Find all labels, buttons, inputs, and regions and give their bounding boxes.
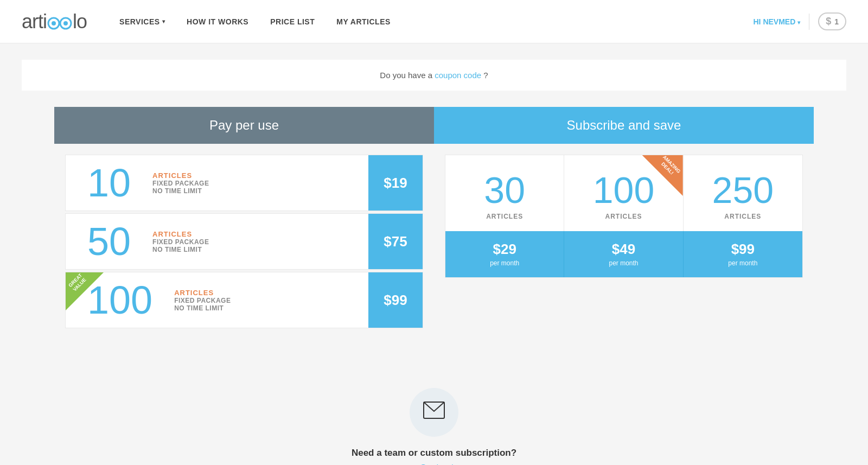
subscribe-section: Subscribe and save 30 ARTICLES: [434, 107, 814, 339]
package-50-line1: FIXED PACKAGE: [152, 238, 358, 246]
nav-my-articles[interactable]: MY ARTICLES: [336, 17, 391, 26]
pay-per-use-header: Pay per use: [54, 107, 434, 144]
subscribe-plans-row: 30 ARTICLES Amazing deal! 100 ARTICLES: [445, 155, 802, 231]
package-50[interactable]: 50 ARTICLES FIXED PACKAGE NO TIME LIMIT …: [65, 213, 423, 270]
subscribe-plan-250[interactable]: 250 ARTICLES: [684, 155, 802, 231]
header-separator: [809, 14, 809, 30]
nav-services[interactable]: SERVICES ▾: [119, 17, 165, 26]
coupon-text-before: Do you have a: [380, 71, 435, 80]
package-10-number: 10: [66, 155, 142, 211]
price-99-period: per month: [728, 259, 757, 267]
username-label: NEVMED: [763, 17, 795, 26]
subscribe-price-49[interactable]: $49 per month: [564, 231, 683, 277]
user-greeting[interactable]: HI NEVMED ▾: [754, 17, 801, 26]
logo-text: arti lo: [22, 10, 87, 33]
header-right: HI NEVMED ▾ $ 1: [754, 12, 847, 30]
price-49-value: $49: [570, 241, 677, 258]
logo[interactable]: arti lo: [22, 10, 87, 33]
price-29-period: per month: [490, 259, 519, 267]
price-29-value: $29: [451, 241, 558, 258]
package-100-line1: FIXED PACKAGE: [174, 297, 358, 304]
pay-per-use-heading: Pay per use: [209, 118, 279, 132]
credits-count: 1: [834, 17, 839, 26]
plan-100-number: 100: [570, 171, 677, 208]
subscribe-prices-row: $29 per month $49 per month $99 per mont…: [445, 231, 802, 277]
logo-goggles: [47, 16, 72, 30]
subscribe-price-99[interactable]: $99 per month: [684, 231, 802, 277]
header: arti lo SERVICES ▾ HOW IT WORKS PRICE LI…: [0, 0, 868, 43]
subscribe-plan-30[interactable]: 30 ARTICLES: [445, 155, 564, 231]
mail-icon: [423, 401, 445, 424]
nav-services-label: SERVICES: [119, 17, 160, 26]
package-10-articles-label: ARTICLES: [152, 171, 358, 180]
nav: SERVICES ▾ HOW IT WORKS PRICE LIST MY AR…: [119, 17, 753, 26]
mail-icon-circle: [410, 388, 458, 437]
subscribe-cards: 30 ARTICLES Amazing deal! 100 ARTICLES: [434, 144, 814, 289]
coupon-link[interactable]: coupon code: [435, 71, 481, 80]
pay-per-use-section: Pay per use 10 ARTICLES FIXED PACKAGE NO…: [54, 107, 434, 339]
pay-per-use-cards: 10 ARTICLES FIXED PACKAGE NO TIME LIMIT …: [54, 144, 434, 339]
package-100-price[interactable]: $99: [368, 272, 423, 328]
package-10-line1: FIXED PACKAGE: [152, 180, 358, 187]
package-10-info: ARTICLES FIXED PACKAGE NO TIME LIMIT: [142, 155, 368, 211]
svg-point-4: [63, 21, 68, 26]
plan-250-number: 250: [689, 171, 797, 208]
svg-point-3: [52, 21, 56, 26]
coupon-banner: Do you have a coupon code ?: [22, 60, 846, 91]
package-50-info: ARTICLES FIXED PACKAGE NO TIME LIMIT: [142, 214, 368, 269]
credits-icon: $: [826, 16, 831, 27]
plan-30-number: 30: [451, 171, 558, 208]
subscribe-heading: Subscribe and save: [567, 118, 681, 132]
package-50-articles-label: ARTICLES: [152, 230, 358, 238]
package-10-price[interactable]: $19: [368, 155, 423, 211]
nav-price-list[interactable]: PRICE LIST: [270, 17, 315, 26]
package-50-line2: NO TIME LIMIT: [152, 246, 358, 253]
package-10[interactable]: 10 ARTICLES FIXED PACKAGE NO TIME LIMIT …: [65, 155, 423, 211]
coupon-text-after: ?: [483, 71, 488, 80]
contact-text: Need a team or custom subscription?: [33, 448, 835, 458]
subscribe-plan-100[interactable]: Amazing deal! 100 ARTICLES: [564, 155, 683, 231]
subscribe-price-29[interactable]: $29 per month: [445, 231, 564, 277]
hi-label: HI: [754, 17, 761, 26]
package-50-number: 50: [66, 214, 142, 269]
plan-100-label: ARTICLES: [570, 213, 677, 220]
subscribe-header: Subscribe and save: [434, 107, 814, 144]
package-100[interactable]: Great value 100 ARTICLES FIXED PACKAGE N…: [65, 272, 423, 328]
package-10-line2: NO TIME LIMIT: [152, 187, 358, 195]
price-49-period: per month: [609, 259, 638, 267]
contact-email-link[interactable]: contact@articoolo.com: [393, 463, 476, 465]
price-99-value: $99: [689, 241, 797, 258]
plan-30-label: ARTICLES: [451, 213, 558, 220]
package-100-info: ARTICLES FIXED PACKAGE NO TIME LIMIT: [163, 272, 368, 328]
credits-badge[interactable]: $ 1: [818, 12, 846, 30]
main-content: Do you have a coupon code ? Pay per use …: [0, 43, 868, 465]
package-50-price[interactable]: $75: [368, 214, 423, 269]
user-dropdown-arrow: ▾: [797, 20, 800, 26]
nav-how-it-works[interactable]: HOW IT WORKS: [187, 17, 248, 26]
pricing-grid: Pay per use 10 ARTICLES FIXED PACKAGE NO…: [54, 107, 814, 339]
contact-section: Need a team or custom subscription? cont…: [22, 366, 846, 465]
package-100-articles-label: ARTICLES: [174, 289, 358, 297]
services-dropdown-arrow: ▾: [162, 18, 165, 24]
subscribe-card-wrapper: 30 ARTICLES Amazing deal! 100 ARTICLES: [445, 155, 803, 278]
plan-250-label: ARTICLES: [689, 213, 797, 220]
package-100-line2: NO TIME LIMIT: [174, 304, 358, 312]
